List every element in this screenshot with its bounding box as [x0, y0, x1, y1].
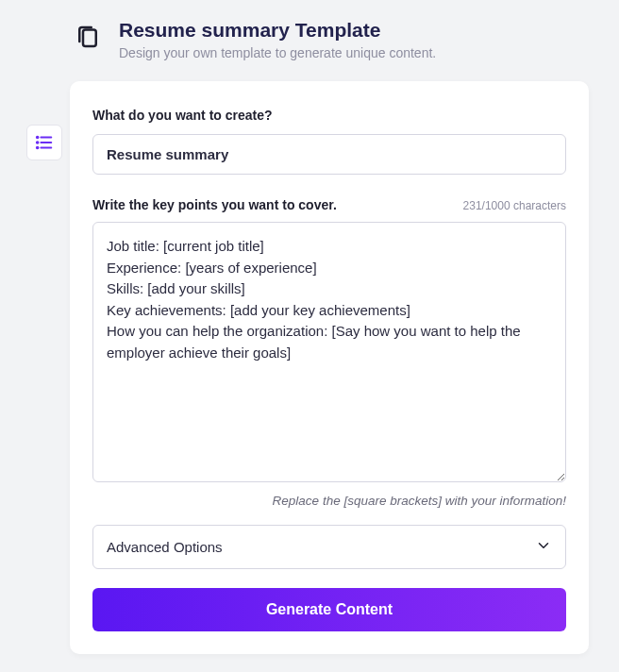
char-count: 231/1000 characters [463, 199, 566, 212]
page-title: Resume summary Template [119, 19, 436, 42]
svg-point-3 [37, 142, 39, 143]
keypoints-label: Write the key points you want to cover. [92, 197, 337, 212]
create-label: What do you want to create? [92, 108, 566, 123]
keypoints-textarea[interactable] [92, 222, 566, 482]
side-list-tab[interactable] [26, 125, 62, 160]
advanced-options-label: Advanced Options [107, 539, 223, 555]
form-card: What do you want to create? Write the ke… [70, 81, 589, 654]
create-input[interactable] [92, 134, 566, 175]
page-subtitle: Design your own template to generate uni… [119, 45, 436, 60]
svg-point-1 [37, 137, 39, 139]
chevron-down-icon [535, 537, 552, 557]
list-icon [34, 132, 55, 153]
svg-rect-0 [83, 30, 96, 47]
generate-button[interactable]: Generate Content [92, 588, 566, 631]
page-header: Resume summary Template Design your own … [0, 0, 619, 68]
copy-icon [74, 23, 102, 51]
svg-point-5 [37, 147, 39, 149]
hint-text: Replace the [square brackets] with your … [92, 494, 566, 508]
advanced-options-toggle[interactable]: Advanced Options [92, 525, 566, 569]
